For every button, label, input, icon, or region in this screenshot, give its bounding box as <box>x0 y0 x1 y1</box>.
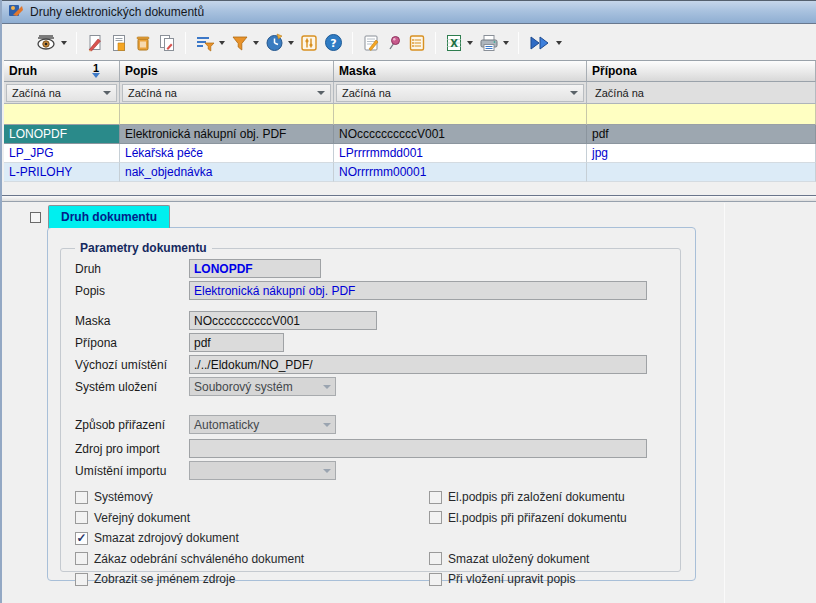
cell-druh[interactable]: L-PRILOHY <box>4 163 120 182</box>
vychozi-umisteni-field[interactable]: ./../Eldokum/NO_PDF/ <box>189 355 647 374</box>
more-actions-icon <box>528 34 552 52</box>
filter-input-cell <box>4 104 120 125</box>
delete-record-button[interactable] <box>131 32 155 54</box>
checkbox-el-podpis-prirazeni[interactable]: El.podpis při přiřazení dokumentu <box>429 511 627 525</box>
table-row[interactable]: LP_JPG Lékařská péče LPrrrrmmdd001 jpg <box>4 144 816 163</box>
filter-operator-cell: Začíná na <box>120 82 334 104</box>
settings-button[interactable] <box>297 32 321 54</box>
filter-button[interactable] <box>228 32 262 54</box>
cell-popis[interactable]: Lékařská péče <box>120 144 334 163</box>
checkbox-pri-vlozeni-upravit[interactable]: Při vložení upravit popis <box>429 572 575 586</box>
maska-field[interactable]: NOccccccccccV001 <box>189 311 377 330</box>
cell-maska[interactable]: NOccccccccccV001 <box>334 125 587 144</box>
splitter-handle[interactable] <box>2 195 816 202</box>
table-row[interactable]: LONOPDF Elektronická nákupní obj. PDF NO… <box>4 125 816 144</box>
titlebar: Druhy elektronických dokumentů <box>2 0 816 24</box>
cell-pripona[interactable] <box>587 163 816 182</box>
chevron-down-icon <box>323 423 331 427</box>
cell-maska[interactable]: NOrrrrmm00001 <box>334 163 587 182</box>
filter-input-druh[interactable] <box>4 104 119 124</box>
checkbox-smazat-zdrojovy[interactable]: Smazat zdrojový dokument <box>75 531 429 545</box>
chevron-down-icon <box>323 469 331 473</box>
app-window: Druhy elektronických dokumentů <box>0 0 816 603</box>
column-header-popis[interactable]: Popis <box>120 61 334 82</box>
view-menu-button[interactable] <box>32 32 70 54</box>
filter-operator-cell: Začíná na <box>587 82 816 104</box>
window-title: Druhy elektronických dokumentů <box>30 5 204 19</box>
pripona-field[interactable]: pdf <box>189 333 284 352</box>
checkbox-box <box>429 491 442 504</box>
checkbox-verejny-dokument[interactable]: Veřejný dokument <box>75 511 429 525</box>
field-label-system-ulozeni: Systém uložení <box>75 380 189 394</box>
filter-operator-label: Začíná na <box>342 87 391 99</box>
zdroj-pro-import-field[interactable] <box>189 439 647 458</box>
help-button[interactable]: ? <box>321 31 346 54</box>
system-ulozeni-combo[interactable]: Souborový systém <box>189 377 336 396</box>
toolbar-separator <box>435 32 436 54</box>
cell-pripona[interactable]: jpg <box>587 144 816 163</box>
field-label-umisteni-importu: Umístění importu <box>75 464 189 478</box>
chevron-down-icon <box>317 91 325 95</box>
checkbox-zakaz-odebrani[interactable]: Zákaz odebrání schváleného dokument <box>75 552 429 566</box>
filter-input-popis[interactable] <box>120 104 333 124</box>
filter-operator-cell: Začíná na <box>4 82 120 104</box>
cell-popis[interactable]: Elektronická nákupní obj. PDF <box>120 125 334 144</box>
detail-collapse-checkbox[interactable] <box>30 212 41 223</box>
checkbox-box <box>75 511 88 524</box>
umisteni-importu-combo[interactable] <box>189 461 336 480</box>
print-button[interactable] <box>476 32 512 54</box>
checkbox-label: Zákaz odebrání schváleného dokument <box>94 552 304 566</box>
column-header-maska[interactable]: Maska <box>334 61 587 82</box>
new-record-button[interactable] <box>83 32 107 54</box>
export-excel-button[interactable]: X <box>442 32 476 54</box>
checkbox-systemovy[interactable]: Systémový <box>75 490 429 504</box>
column-label: Popis <box>125 64 158 78</box>
toolbar-separator <box>185 32 186 54</box>
filter-icon <box>231 34 249 52</box>
detail-area: Druh dokumentu Parametry dokumentu Druh … <box>2 203 816 603</box>
filter-input-pripona[interactable] <box>587 104 815 124</box>
field-value: NOccccccccccV001 <box>194 314 300 328</box>
checkbox-zobrazit-jmenem-zdroje[interactable]: Zobrazit se jménem zdroje <box>75 572 429 586</box>
filter-operator-popis[interactable]: Začíná na <box>122 84 331 102</box>
column-header-pripona[interactable]: Přípona <box>587 61 816 82</box>
chevron-down-icon <box>570 91 578 95</box>
edit-note-button[interactable] <box>359 32 383 54</box>
checkbox-smazat-ulozeny[interactable]: Smazat uložený dokument <box>429 552 589 566</box>
form-row: Přípona pdf <box>75 333 668 352</box>
filter-operator-maska[interactable]: Začíná na <box>336 84 584 102</box>
pin-button[interactable] <box>383 32 405 54</box>
filter-operator-pripona[interactable]: Začíná na <box>589 84 813 102</box>
cell-druh[interactable]: LP_JPG <box>4 144 120 163</box>
dropdown-arrow-icon <box>288 41 294 45</box>
cell-maska[interactable]: LPrrrrmmdd001 <box>334 144 587 163</box>
sort-filter-icon <box>195 34 215 52</box>
sort-filter-button[interactable] <box>192 32 228 54</box>
cell-pripona[interactable]: pdf <box>587 125 816 144</box>
checkbox-label: Smazat zdrojový dokument <box>94 531 239 545</box>
checkbox-el-podpis-zalozeni[interactable]: El.podpis při založení dokumentu <box>429 490 625 504</box>
druh-field[interactable]: LONOPDF <box>189 259 321 278</box>
copy-record-button[interactable] <box>155 32 179 54</box>
filter-operator-druh[interactable]: Začíná na <box>6 84 117 102</box>
table-row[interactable]: L-PRILOHY nak_objednávka NOrrrrmm00001 <box>4 163 816 182</box>
column-header-druh[interactable]: Druh 1 <box>4 61 120 82</box>
filter-input-maska[interactable] <box>334 104 586 124</box>
field-value: LONOPDF <box>194 262 253 276</box>
zpusob-prirazeni-combo[interactable]: Automaticky <box>189 415 336 434</box>
new-document-icon <box>86 34 104 52</box>
field-value: ./../Eldokum/NO_PDF/ <box>194 358 313 372</box>
cell-popis[interactable]: nak_objednávka <box>120 163 334 182</box>
refresh-button[interactable] <box>262 31 297 54</box>
edit-record-button[interactable] <box>107 32 131 54</box>
more-actions-button[interactable] <box>525 32 565 54</box>
grid-filter-operator-row: Začíná na Začíná na Začíná na Začíná na <box>4 82 816 104</box>
documents-grid: Druh 1 Popis Maska Přípona Začíná na Zač… <box>4 60 816 188</box>
cell-druh[interactable]: LONOPDF <box>4 125 120 144</box>
checkbox-label: Smazat uložený dokument <box>448 552 589 566</box>
popis-field[interactable]: Elektronická nákupní obj. PDF <box>189 281 647 300</box>
form-row: Maska NOccccccccccV001 <box>75 311 668 330</box>
checklist-button[interactable] <box>405 32 429 54</box>
tab-druh-dokumentu[interactable]: Druh dokumentu <box>48 205 170 228</box>
field-value: pdf <box>194 336 211 350</box>
